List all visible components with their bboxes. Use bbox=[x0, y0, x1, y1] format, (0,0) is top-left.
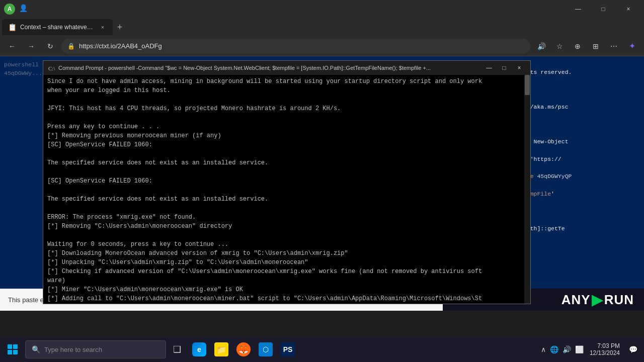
browser-tab[interactable]: 📋 Context – share whatever you se... × bbox=[2, 19, 113, 35]
anyrun-run: RUN bbox=[604, 292, 634, 308]
title-bar: A 👤 — □ × bbox=[0, 0, 644, 18]
battery-icon[interactable]: ⬜ bbox=[575, 345, 584, 353]
firefox-icon: 🦊 bbox=[236, 342, 251, 356]
cmd-window-buttons: — □ × bbox=[482, 62, 526, 73]
profile-icon[interactable]: 👤 bbox=[19, 4, 29, 14]
taskbar-firefox-icon[interactable]: 🦊 bbox=[232, 338, 255, 360]
explorer-icon: 📁 bbox=[214, 342, 228, 356]
cmd-output: Since I do not have admin access, mining… bbox=[47, 77, 526, 304]
maximize-button[interactable]: □ bbox=[592, 0, 615, 18]
close-button[interactable]: × bbox=[617, 0, 640, 18]
forward-button[interactable]: → bbox=[23, 38, 39, 54]
clock-time: 7:03 PM bbox=[597, 342, 620, 349]
collections-button[interactable]: ⊕ bbox=[570, 38, 586, 54]
network-icon[interactable]: 🌐 bbox=[550, 345, 558, 353]
address-bar[interactable]: 🔒 https://ctxt.io/2AAB4_oADFg bbox=[61, 39, 530, 54]
anyrun-play-icon: ▶ bbox=[592, 292, 603, 308]
tab-bar: 📋 Context – share whatever you se... × + bbox=[0, 18, 644, 36]
cmd-close-button[interactable]: × bbox=[512, 62, 526, 73]
lock-icon: 🔒 bbox=[67, 43, 75, 50]
favorites-button[interactable]: ☆ bbox=[551, 38, 568, 54]
windows-logo bbox=[8, 344, 18, 354]
cmd-title-text: Command Prompt - powershell -Command "$w… bbox=[58, 65, 479, 71]
notification-button[interactable]: 💬 bbox=[626, 342, 640, 356]
start-button[interactable] bbox=[0, 337, 25, 362]
win-sq-2 bbox=[13, 344, 18, 349]
cmd-window: C:\ Command Prompt - powershell -Command… bbox=[43, 60, 531, 304]
cmd-titlebar: C:\ Command Prompt - powershell -Command… bbox=[43, 61, 530, 75]
taskbar-clock[interactable]: 7:03 PM 12/13/2024 bbox=[586, 341, 624, 357]
anyrun-any: ANY bbox=[561, 292, 591, 308]
tab-title: Context – share whatever you se... bbox=[20, 24, 95, 31]
vscode-icon: ⬡ bbox=[259, 342, 273, 356]
back-button[interactable]: ← bbox=[4, 38, 20, 54]
taskbar-edge-icon[interactable]: e bbox=[188, 338, 210, 360]
url-text: https://ctxt.io/2AAB4_oADFg bbox=[79, 42, 162, 50]
taskbar-search[interactable]: 🔍 Type here to search bbox=[25, 340, 166, 358]
search-placeholder: Type here to search bbox=[44, 346, 102, 353]
cmd-minimize-button[interactable]: — bbox=[482, 62, 496, 73]
search-icon: 🔍 bbox=[32, 345, 40, 353]
cmd-icon: C:\ bbox=[47, 64, 55, 72]
taskbar: 🔍 Type here to search ❑ e 📁 🦊 ⬡ PS ∧ 🌐 🔊… bbox=[0, 337, 644, 362]
cmd-scrollbar-thumb[interactable] bbox=[525, 75, 530, 95]
edge-icon: e bbox=[192, 342, 206, 356]
taskbar-terminal-icon[interactable]: PS bbox=[277, 338, 299, 360]
user-avatar: A bbox=[4, 4, 15, 15]
window-controls: — □ × bbox=[567, 0, 640, 18]
terminal-icon: PS bbox=[281, 342, 295, 356]
taskbar-tray: ∧ 🌐 🔊 ⬜ 7:03 PM 12/13/2024 💬 bbox=[541, 341, 644, 357]
volume-icon[interactable]: 🔊 bbox=[562, 345, 571, 353]
split-screen-button[interactable]: ⊞ bbox=[588, 38, 604, 54]
win-sq-4 bbox=[13, 350, 18, 354]
cmd-scrollbar[interactable] bbox=[524, 75, 530, 304]
win-sq-3 bbox=[8, 350, 12, 354]
tray-up-icon[interactable]: ∧ bbox=[541, 345, 546, 353]
browser-chrome: A 👤 — □ × 📋 Context – share whatever you… bbox=[0, 0, 644, 56]
taskbar-vscode-icon[interactable]: ⬡ bbox=[255, 338, 277, 360]
anyrun-logo: ANY ▶ RUN bbox=[561, 292, 634, 308]
system-tray: ∧ 🌐 🔊 ⬜ bbox=[541, 345, 584, 353]
refresh-button[interactable]: ↻ bbox=[42, 38, 58, 54]
tab-favicon: 📋 bbox=[8, 23, 16, 31]
clock-date: 12/13/2024 bbox=[590, 349, 620, 356]
nav-bar: ← → ↻ 🔒 https://ctxt.io/2AAB4_oADFg 🔊 ☆ … bbox=[0, 36, 644, 56]
main-content: powershell -Command "$wc = New-Object Sy… bbox=[0, 56, 644, 311]
task-view-icon: ❑ bbox=[173, 344, 181, 355]
taskbar-explorer-icon[interactable]: 📁 bbox=[210, 338, 232, 360]
win-sq-1 bbox=[8, 344, 12, 349]
more-button[interactable]: ⋯ bbox=[606, 38, 622, 54]
copilot-button[interactable]: ✦ bbox=[624, 38, 640, 54]
cmd-body[interactable]: Since I do not have admin access, mining… bbox=[43, 75, 530, 304]
read-aloud-button[interactable]: 🔊 bbox=[533, 38, 549, 54]
minimize-button[interactable]: — bbox=[567, 0, 590, 18]
task-view-button[interactable]: ❑ bbox=[166, 338, 188, 360]
tab-close-button[interactable]: × bbox=[99, 23, 107, 31]
new-tab-button[interactable]: + bbox=[113, 20, 127, 34]
cmd-maximize-button[interactable]: □ bbox=[497, 62, 511, 73]
nav-actions: 🔊 ☆ ⊕ ⊞ ⋯ ✦ bbox=[533, 38, 640, 54]
svg-text:C:\: C:\ bbox=[48, 65, 55, 71]
